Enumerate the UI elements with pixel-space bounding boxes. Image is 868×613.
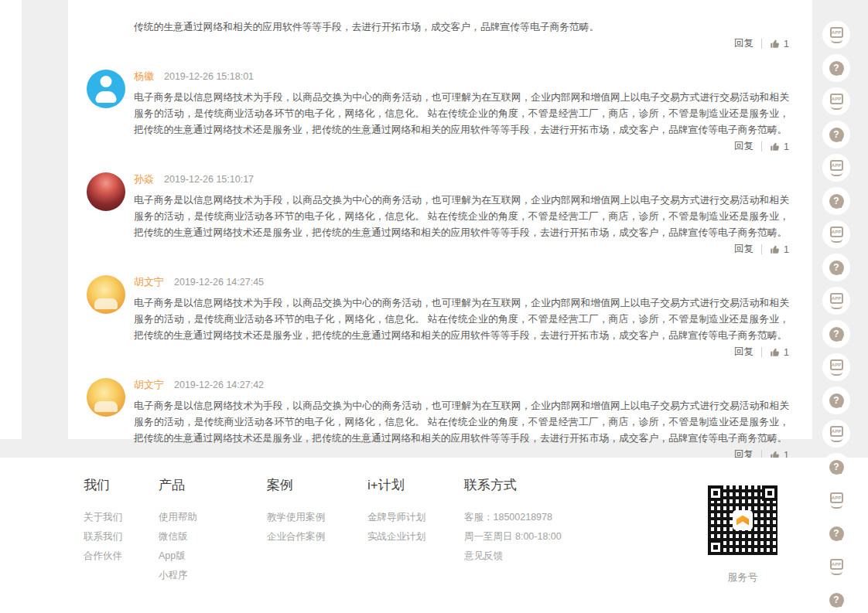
app-icon-strap [831,438,842,442]
app-icon-box: APP [830,27,843,38]
help-icon[interactable]: ? [822,320,850,348]
comment-timestamp: 2019-12-26 14:27:45 [174,277,264,288]
comment-username[interactable]: 孙焱 [134,172,154,186]
thumbs-up-icon [770,347,780,357]
divider [761,244,762,254]
divider [761,141,762,152]
comment-username[interactable]: 胡文宁 [134,378,164,392]
comment-text: 电子商务是以信息网络技术为手段，以商品交换为中心的商务活动，也可理解为在互联网，… [134,192,789,240]
comment-username[interactable]: 胡文宁 [134,275,164,289]
qr-label: 服务号 [708,570,777,584]
comment-item: 孙焱 2019-12-26 15:10:17 电子商务是以信息网络技术为手段，以… [87,172,789,257]
help-icon[interactable]: ? [822,187,850,215]
help-icon[interactable]: ? [822,387,850,414]
app-download-icon[interactable]: APP [822,220,850,248]
divider [761,39,762,49]
question-bubble-icon: ? [829,194,844,209]
like-count: 1 [784,244,789,255]
reply-button[interactable]: 回复 [734,140,754,153]
footer: 我们 关于我们 联系我们 合作伙伴 产品 使用帮助 微信版 App版 小程序 案… [0,458,868,613]
footer-link[interactable]: 教学使用案例 [267,508,367,527]
app-download-icon[interactable]: APP [822,553,850,581]
app-download-icon[interactable]: APP [822,486,850,514]
avatar[interactable] [87,172,125,211]
app-download-icon[interactable]: APP [822,353,850,381]
app-icon-box: APP [830,293,843,304]
comment-item-partial: 传统的生意通过网络和相关的应用软件等等手段，去进行开拓市场，成交客户，品牌宣传等… [134,19,789,51]
app-icon-strap [831,39,842,43]
footer-column-about: 我们 关于我们 联系我们 合作伙伴 [84,476,159,585]
avatar[interactable] [87,275,125,314]
app-icon-strap [831,106,842,110]
reply-button[interactable]: 回复 [734,37,754,50]
qr-finder [708,485,723,501]
footer-link[interactable]: 使用帮助 [159,508,267,527]
thumbs-up-icon [770,39,780,49]
app-download-icon[interactable]: APP [822,154,850,182]
app-icon-strap [831,305,842,309]
customer-service-phone: 客服：18500218978 [464,508,619,527]
question-bubble-icon: ? [829,593,844,608]
app-download-icon[interactable]: APP [822,420,850,448]
brand-logo-icon [733,510,753,530]
qr-code [708,485,777,555]
footer-column-title: 案例 [267,476,367,494]
comment-item: 杨徽 2019-12-26 15:18:01 电子商务是以信息网络技术为手段，以… [87,70,789,154]
reply-button[interactable]: 回复 [734,346,754,359]
help-icon[interactable]: ? [822,519,850,547]
help-icon[interactable]: ? [822,121,850,148]
footer-column-title: i+计划 [367,476,464,494]
app-icon-strap [831,372,842,376]
app-icon-box: APP [830,160,843,171]
avatar[interactable] [87,378,125,417]
like-button[interactable]: 1 [770,141,789,152]
footer-column-title: 产品 [159,476,267,494]
app-icon-box: APP [830,359,843,370]
footer-link[interactable]: App版 [159,547,267,566]
footer-column-title: 我们 [84,476,159,494]
question-bubble-icon: ? [829,327,844,342]
app-icon-strap [831,172,842,176]
app-download-icon[interactable]: APP [822,87,850,115]
app-download-icon[interactable]: APP [822,21,850,49]
thumbs-up-icon [770,141,780,152]
help-icon[interactable]: ? [822,54,850,82]
footer-link[interactable]: 小程序 [159,566,267,585]
comment-text: 传统的生意通过网络和相关的应用软件等等手段，去进行开拓市场，成交客户，品牌宣传等… [134,19,789,35]
footer-column-contact: 联系方式 客服：18500218978 周一至周日 8:00-18:00 意见反… [464,476,619,585]
help-icon[interactable]: ? [822,453,850,481]
feedback-link[interactable]: 意见反馈 [464,547,619,566]
like-button[interactable]: 1 [770,347,789,358]
app-icon-strap [831,505,842,509]
comment-username[interactable]: 杨徽 [134,70,154,83]
footer-link[interactable]: 微信版 [159,527,267,547]
app-icon-box: APP [830,426,843,437]
question-bubble-icon: ? [829,61,844,76]
help-icon[interactable]: ? [822,254,850,281]
app-icon-strap [831,571,842,575]
app-icon-strap [831,239,842,243]
app-icon-box: APP [830,226,843,237]
footer-link[interactable]: 联系我们 [84,527,159,547]
user-silhouette-icon [101,76,112,87]
footer-link[interactable]: 金牌导师计划 [367,508,464,527]
footer-link[interactable]: 实战企业计划 [367,527,464,547]
thumbs-up-icon [770,244,780,254]
like-button[interactable]: 1 [770,244,789,255]
footer-link[interactable]: 关于我们 [84,508,159,527]
app-download-icon[interactable]: APP [822,287,850,315]
footer-link[interactable]: 合作伙伴 [84,547,159,566]
comment-text: 电子商务是以信息网络技术为手段，以商品交换为中心的商务活动，也可理解为在互联网，… [134,295,789,343]
comment-timestamp: 2019-12-26 15:10:17 [164,174,254,185]
right-floating-rail: APP ? APP ? APP ? APP ? APP ? APP ? APP … [822,0,850,613]
comment-list-panel: 传统的生意通过网络和相关的应用软件等等手段，去进行开拓市场，成交客户，品牌宣传等… [68,0,812,439]
avatar[interactable] [87,70,125,108]
like-button[interactable]: 1 [770,39,789,49]
question-bubble-icon: ? [829,393,844,408]
app-icon-box: APP [830,492,843,503]
app-icon-box: APP [830,94,843,104]
help-icon[interactable]: ? [822,586,850,613]
question-bubble-icon: ? [829,526,844,541]
reply-button[interactable]: 回复 [734,243,754,256]
footer-link[interactable]: 企业合作案例 [267,527,367,547]
